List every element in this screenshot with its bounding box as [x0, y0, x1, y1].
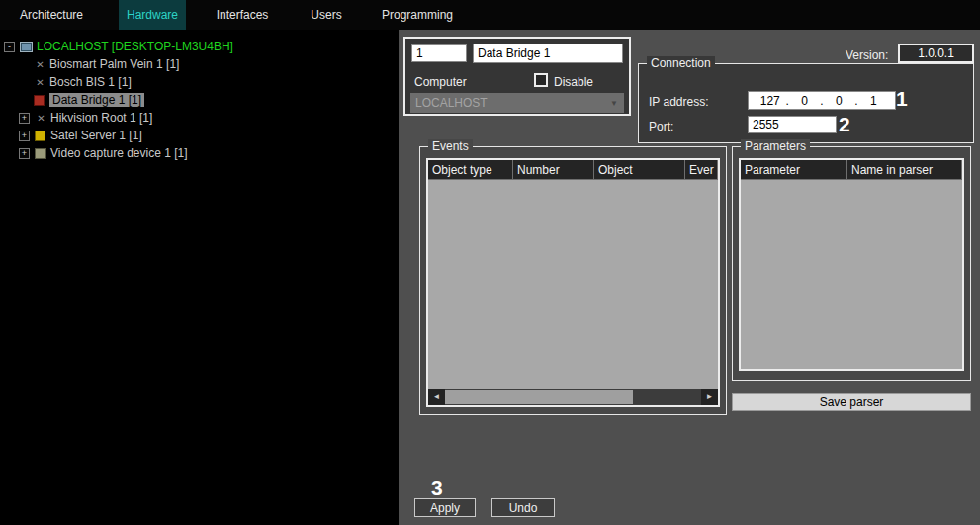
connection-group: Connection IP address: 127 . 0 . 0 . 1 P… — [638, 63, 974, 143]
tree-node-label: Biosmart Palm Vein 1 [1] — [49, 57, 179, 71]
object-identity-box: 1 Data Bridge 1 Computer Disable LOCALHO… — [403, 37, 631, 116]
connection-group-title: Connection — [647, 56, 715, 70]
undo-button[interactable]: Undo — [491, 498, 555, 517]
column-header-number[interactable]: Number — [513, 160, 594, 180]
events-group: Events Object type Number Object Ever ◄ … — [419, 146, 727, 415]
main-menu-bar: Architecture Hardware Interfaces Users P… — [0, 0, 980, 30]
video-capture-icon — [35, 148, 46, 159]
tree-node-hikvision[interactable]: + ✕ Hikvision Root 1 [1] — [0, 109, 399, 127]
annotation-3: 3 — [431, 477, 443, 500]
tree-node-satel[interactable]: + Satel Server 1 [1] — [0, 127, 399, 144]
computer-label: Computer — [414, 75, 467, 89]
version-field: 1.0.0.1 — [898, 44, 974, 63]
events-group-title: Events — [428, 139, 473, 153]
tree-node-localhost[interactable]: - LOCALHOST [DESKTOP-LM3U4BH] — [0, 38, 399, 55]
hardware-tree: - LOCALHOST [DESKTOP-LM3U4BH] ✕ Biosmart… — [0, 30, 399, 525]
object-id-field[interactable]: 1 — [411, 44, 467, 62]
column-header-parameter[interactable]: Parameter — [741, 160, 847, 180]
disable-label: Disable — [554, 75, 593, 89]
ip-address-field[interactable]: 127 . 0 . 0 . 1 — [748, 91, 896, 110]
parameters-group-title: Parameters — [741, 139, 810, 153]
data-bridge-icon — [34, 95, 45, 106]
ip-octet-4: 1 — [858, 94, 890, 108]
disabled-x-icon: ✕ — [34, 77, 46, 88]
computer-icon — [20, 42, 33, 52]
events-horizontal-scrollbar[interactable]: ◄ ► — [428, 389, 718, 405]
tree-node-label: Hikvision Root 1 [1] — [50, 111, 152, 125]
port-field[interactable]: 2555 — [748, 116, 837, 133]
expand-expander-icon[interactable]: + — [19, 148, 30, 159]
tab-architecture[interactable]: Architecture — [0, 0, 103, 30]
disable-checkbox[interactable] — [534, 73, 548, 87]
tab-users[interactable]: Users — [299, 0, 354, 30]
tree-node-label-selected: Data Bridge 1 [1] — [49, 93, 144, 107]
column-header-object[interactable]: Object — [594, 160, 685, 180]
tree-node-biosmart[interactable]: ✕ Biosmart Palm Vein 1 [1] — [0, 55, 399, 73]
tree-node-bosch[interactable]: ✕ Bosch BIS 1 [1] — [0, 73, 399, 91]
annotation-1: 1 — [896, 87, 908, 111]
column-header-event[interactable]: Ever — [685, 160, 718, 180]
ip-octet-3: 0 — [824, 94, 855, 108]
tree-node-data-bridge[interactable]: Data Bridge 1 [1] — [0, 91, 399, 109]
scroll-right-arrow-icon[interactable]: ► — [701, 389, 718, 405]
computer-select[interactable]: LOCALHOST ▼ — [410, 93, 624, 113]
parameters-table-header: Parameter Name in parser — [741, 160, 962, 180]
collapse-expander-icon[interactable]: - — [4, 42, 15, 52]
expand-expander-icon[interactable]: + — [19, 131, 30, 141]
settings-panel: 1 Data Bridge 1 Computer Disable LOCALHO… — [399, 30, 980, 525]
disabled-x-icon: ✕ — [34, 59, 46, 70]
ip-address-label: IP address: — [649, 95, 708, 109]
column-header-object-type[interactable]: Object type — [428, 160, 513, 180]
ip-octet-2: 0 — [789, 94, 821, 108]
tab-hardware[interactable]: Hardware — [119, 0, 186, 30]
scroll-left-arrow-icon[interactable]: ◄ — [428, 389, 445, 405]
tree-node-label: LOCALHOST [DESKTOP-LM3U4BH] — [37, 40, 233, 53]
application-window: Architecture Hardware Interfaces Users P… — [0, 0, 980, 525]
apply-button[interactable]: Apply — [414, 498, 476, 517]
disabled-x-icon: ✕ — [35, 113, 47, 124]
parameters-table-body[interactable] — [741, 180, 962, 369]
tree-node-label: Video capture device 1 [1] — [50, 146, 188, 160]
column-header-name-in-parser[interactable]: Name in parser — [847, 160, 962, 180]
ip-octet-1: 127 — [755, 94, 786, 108]
events-table-body[interactable] — [428, 180, 718, 389]
save-parser-button[interactable]: Save parser — [732, 393, 971, 411]
tree-node-label: Satel Server 1 [1] — [50, 129, 142, 142]
scrollbar-thumb[interactable] — [445, 390, 633, 404]
computer-select-value: LOCALHOST — [415, 96, 488, 110]
events-table-header: Object type Number Object Ever — [428, 160, 718, 180]
events-table: Object type Number Object Ever ◄ ► — [426, 158, 720, 407]
tree-node-video-capture[interactable]: + Video capture device 1 [1] — [0, 144, 399, 162]
object-name-field[interactable]: Data Bridge 1 — [473, 44, 623, 63]
annotation-2: 2 — [839, 113, 850, 136]
version-label: Version: — [846, 48, 888, 62]
tab-programming[interactable]: Programming — [354, 0, 481, 30]
tab-interfaces[interactable]: Interfaces — [186, 0, 299, 30]
port-label: Port: — [649, 120, 673, 133]
expand-expander-icon[interactable]: + — [19, 113, 30, 124]
tree-node-label: Bosch BIS 1 [1] — [49, 75, 132, 89]
parameters-table: Parameter Name in parser — [739, 158, 964, 371]
chevron-down-icon: ▼ — [606, 95, 622, 111]
parameters-group: Parameters Parameter Name in parser — [732, 146, 971, 381]
satel-server-icon — [35, 131, 45, 141]
